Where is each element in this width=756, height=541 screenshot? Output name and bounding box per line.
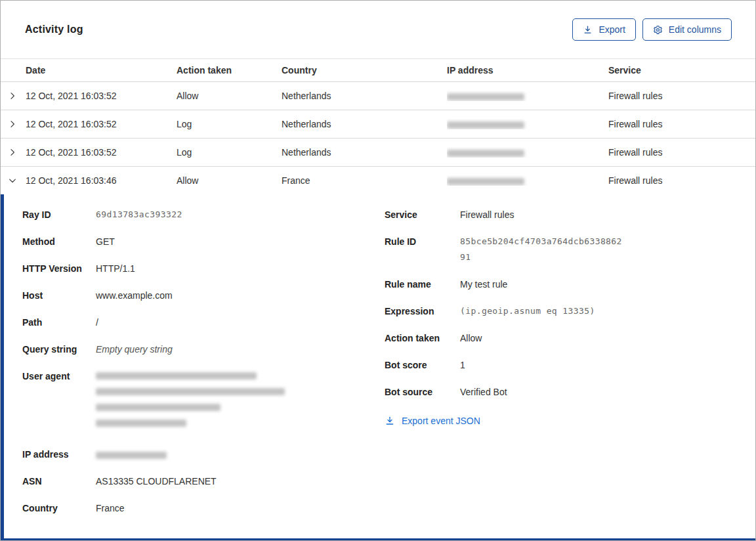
detail-value: AS13335 CLOUDFLARENET xyxy=(96,473,217,489)
table-row[interactable]: 12 Oct, 2021 16:03:52LogNetherlandsFirew… xyxy=(1,139,755,167)
row-expander[interactable] xyxy=(1,91,26,101)
detail-row: ServiceFirewall rules xyxy=(385,207,755,223)
detail-value: 85bce5b204cf4703a764dcb633886291 xyxy=(460,234,624,265)
gear-icon xyxy=(653,25,663,35)
detail-value: 69d13783ac393322 xyxy=(96,207,182,223)
export-event-json-label: Export event JSON xyxy=(402,416,480,426)
chevron-right-icon[interactable] xyxy=(7,147,18,158)
column-header-country: Country xyxy=(282,65,447,76)
cell-date: 12 Oct, 2021 16:03:52 xyxy=(26,119,177,129)
redacted-ip xyxy=(447,121,524,129)
cell-ip-address xyxy=(447,119,608,129)
detail-row: Rule ID85bce5b204cf4703a764dcb633886291 xyxy=(385,234,755,265)
detail-label: Service xyxy=(385,207,460,223)
table-row[interactable]: 12 Oct, 2021 16:03:52LogNetherlandsFirew… xyxy=(1,110,755,139)
detail-value: Firewall rules xyxy=(460,207,514,223)
detail-value: 1 xyxy=(460,357,465,373)
request-details: Ray ID69d13783ac393322MethodGETHTTP Vers… xyxy=(22,207,360,538)
detail-row: Action takenAllow xyxy=(385,330,755,346)
cell-action-taken: Log xyxy=(177,147,282,158)
toolbar: Export Edit columns xyxy=(572,18,732,41)
cell-action-taken: Allow xyxy=(177,91,282,101)
chevron-right-icon[interactable] xyxy=(7,119,18,129)
redacted-line xyxy=(96,404,220,411)
detail-label: Method xyxy=(22,234,96,249)
table-row[interactable]: 12 Oct, 2021 16:03:52AllowNetherlandsFir… xyxy=(1,82,755,110)
detail-value: / xyxy=(96,314,98,330)
detail-label: Country xyxy=(22,500,96,516)
edit-columns-button[interactable]: Edit columns xyxy=(642,18,732,41)
cell-date: 12 Oct, 2021 16:03:46 xyxy=(26,175,177,186)
chevron-right-icon[interactable] xyxy=(7,91,18,101)
export-button[interactable]: Export xyxy=(572,18,635,41)
chevron-down-icon[interactable] xyxy=(7,175,18,186)
download-icon xyxy=(385,416,395,426)
edit-columns-button-label: Edit columns xyxy=(669,24,721,35)
detail-value: Verified Bot xyxy=(460,384,507,400)
export-button-label: Export xyxy=(598,24,625,35)
detail-label: Action taken xyxy=(385,330,460,346)
cell-ip-address xyxy=(447,175,608,186)
redacted-ip xyxy=(447,178,524,185)
detail-row: Ray ID69d13783ac393322 xyxy=(22,207,360,223)
firewall-details: ServiceFirewall rulesRule ID85bce5b204cf… xyxy=(385,207,755,538)
cell-service: Firewall rules xyxy=(608,147,755,158)
detail-row: Bot sourceVerified Bot xyxy=(385,384,755,400)
detail-label: User agent xyxy=(22,368,96,435)
activity-log-card: Activity log Export Edit columns Date Ac… xyxy=(0,0,756,541)
detail-value: France xyxy=(96,500,125,516)
detail-label: HTTP Version xyxy=(22,261,96,276)
detail-label: ASN xyxy=(22,473,96,489)
redacted-line xyxy=(96,420,186,427)
detail-value: Allow xyxy=(460,330,482,346)
cell-country: Netherlands xyxy=(282,147,447,158)
cell-action-taken: Allow xyxy=(177,175,282,186)
column-header-service: Service xyxy=(608,65,755,76)
download-icon xyxy=(583,25,593,35)
row-expander[interactable] xyxy=(1,175,26,186)
column-header-action-taken: Action taken xyxy=(177,65,282,76)
detail-row: CountryFrance xyxy=(22,500,360,516)
redacted-ip xyxy=(96,446,167,462)
redacted-ip xyxy=(447,150,524,157)
detail-value: Empty query string xyxy=(96,341,173,357)
detail-label: Bot source xyxy=(385,384,460,400)
column-header-date: Date xyxy=(26,65,177,76)
cell-action-taken: Log xyxy=(177,119,282,129)
detail-label: Rule ID xyxy=(385,234,460,265)
table-header-row: Date Action taken Country IP address Ser… xyxy=(1,58,755,82)
redacted-user-agent xyxy=(96,368,285,435)
redacted-line xyxy=(96,372,257,379)
detail-label: Rule name xyxy=(385,276,460,292)
detail-value: GET xyxy=(96,234,115,249)
detail-row: IP address xyxy=(22,446,360,462)
cell-service: Firewall rules xyxy=(608,175,755,186)
redacted-line xyxy=(96,388,285,395)
cell-country: Netherlands xyxy=(282,119,447,129)
detail-row: MethodGET xyxy=(22,234,360,249)
cell-service: Firewall rules xyxy=(608,91,755,101)
redacted-ip xyxy=(447,93,524,100)
cell-date: 12 Oct, 2021 16:03:52 xyxy=(26,91,177,101)
detail-label: Host xyxy=(22,288,96,303)
cell-service: Firewall rules xyxy=(608,119,755,129)
detail-row: Path/ xyxy=(22,314,360,330)
firewall-details-list: ServiceFirewall rulesRule ID85bce5b204cf… xyxy=(385,207,755,400)
detail-label: Path xyxy=(22,314,96,330)
detail-value: HTTP/1.1 xyxy=(96,261,135,276)
export-event-json-link[interactable]: Export event JSON xyxy=(385,416,480,426)
row-expander[interactable] xyxy=(1,147,26,158)
detail-value: My test rule xyxy=(460,276,507,292)
detail-label: IP address xyxy=(22,446,96,462)
activity-table-body: 12 Oct, 2021 16:03:52AllowNetherlandsFir… xyxy=(1,82,755,194)
detail-row: Rule nameMy test rule xyxy=(385,276,755,292)
cell-date: 12 Oct, 2021 16:03:52 xyxy=(26,147,177,158)
page-title: Activity log xyxy=(25,24,83,35)
cell-country: Netherlands xyxy=(282,91,447,101)
table-row[interactable]: 12 Oct, 2021 16:03:46AllowFranceFirewall… xyxy=(1,167,755,194)
cell-ip-address xyxy=(447,91,608,101)
cell-ip-address xyxy=(447,147,608,158)
row-expander[interactable] xyxy=(1,119,26,129)
detail-row: ASNAS13335 CLOUDFLARENET xyxy=(22,473,360,489)
event-detail-panel: Ray ID69d13783ac393322MethodGETHTTP Vers… xyxy=(1,194,755,540)
